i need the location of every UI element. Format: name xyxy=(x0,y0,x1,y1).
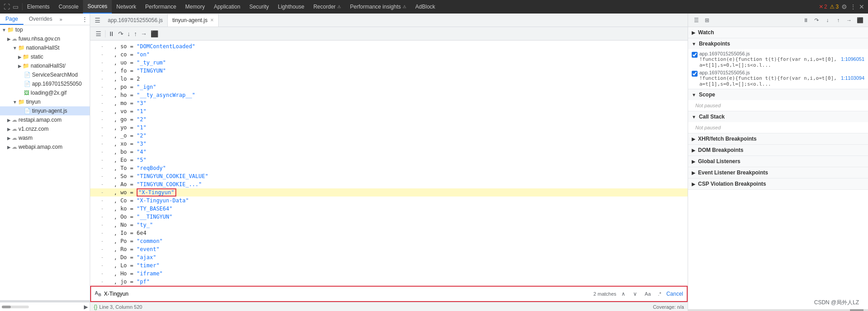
toggle-panel-icon[interactable]: ☰ xyxy=(94,29,103,38)
search-input[interactable] xyxy=(104,291,591,297)
bp2-checkbox[interactable] xyxy=(692,71,698,77)
file-icon-tinyun-agent: 📄 xyxy=(24,108,31,114)
search-bar: AB 2 matches ∧ ∨ Aa .* Cancel xyxy=(90,286,688,302)
step-into-btn[interactable]: ↓ xyxy=(823,16,832,25)
dom-label: DOM Breakpoints xyxy=(698,147,744,153)
expand-icon-wasm: ▶ xyxy=(7,136,11,141)
sidebar-tab-page[interactable]: Page xyxy=(0,14,23,25)
dom-header[interactable]: ▶ DOM Breakpoints xyxy=(688,145,868,156)
step-over-btn[interactable]: ↷ xyxy=(812,16,821,25)
file-tab-tinyun[interactable]: tinyun-agent.js ✕ xyxy=(168,14,219,27)
tab-network[interactable]: Network xyxy=(112,0,141,14)
step-btn[interactable]: → xyxy=(845,16,854,25)
tree-item-service[interactable]: 📄 ServiceSearchMod xyxy=(0,70,90,79)
search-aa-button[interactable]: Aa xyxy=(643,290,653,298)
bp1-checkbox[interactable] xyxy=(692,52,698,58)
pause-icon[interactable]: ⏸ xyxy=(107,29,115,38)
tree-item-wasm[interactable]: ▶ ☁ wasm xyxy=(0,133,90,142)
more-icon[interactable]: ⋮ xyxy=(850,3,856,10)
scope-arrow: ▼ xyxy=(692,92,696,97)
tree-item-top[interactable]: ▼ 📁 top xyxy=(0,25,90,34)
xhr-section: ▶ XHR/fetch Breakpoints xyxy=(688,133,868,145)
tab-console[interactable]: Console xyxy=(54,0,83,14)
toggle-drawer-icon[interactable]: ☰ xyxy=(692,16,701,25)
tab-performance-insights[interactable]: Performance insights ⚠ xyxy=(345,0,411,14)
watch-header[interactable]: ▶ Watch xyxy=(688,27,868,38)
step-out-icon[interactable]: ↑ xyxy=(133,29,138,38)
tab-recorder[interactable]: Recorder ⚠ xyxy=(309,0,345,14)
code-line-14: - , bo = "4" xyxy=(90,148,688,156)
devtools-device-icon[interactable]: ▭ xyxy=(13,3,18,10)
tab-adblock[interactable]: AdBlock xyxy=(411,0,440,14)
search-prev-icon[interactable]: ∧ xyxy=(619,289,628,298)
step-icon[interactable]: → xyxy=(140,29,148,38)
csp-header[interactable]: ▶ CSP Violation Breakpoints xyxy=(688,178,868,189)
deactivate-btn[interactable]: ⬛ xyxy=(855,16,864,25)
bp2-code: !function(e){function t(t){for(var n,i,o… xyxy=(699,75,839,87)
tree-label-tinyun-agent: tinyun-agent.js xyxy=(32,108,67,114)
tree-item-fuwu[interactable]: ▶ ☁ fuwu.nhsa.gov.cn xyxy=(0,34,90,43)
tree-item-loading[interactable]: 🖼 loading@2x.gif xyxy=(0,88,90,97)
horizontal-scroll[interactable] xyxy=(2,306,29,308)
watch-arrow: ▶ xyxy=(692,30,695,35)
step-over-icon[interactable]: ↷ xyxy=(117,29,124,38)
tab-elements[interactable]: Elements xyxy=(23,0,54,14)
breakpoint-item-2: app.1697015255056.js !function(e){functi… xyxy=(688,69,868,88)
tab-security[interactable]: Security xyxy=(245,0,273,14)
breakpoints-section: ▼ Breakpoints app.1697015255056.js !func… xyxy=(688,38,868,89)
code-line-no: - , No = "ty_" xyxy=(90,221,688,229)
file-tab-sidebar-icon[interactable]: ☰ xyxy=(92,17,103,24)
split-view-icon[interactable]: ⊞ xyxy=(703,16,712,25)
xhr-header[interactable]: ▶ XHR/fetch Breakpoints xyxy=(688,133,868,144)
expand-sidebar-icon[interactable]: ▶ xyxy=(84,304,88,310)
file-icon-loading: 🖼 xyxy=(24,90,29,96)
tab-memory[interactable]: Memory xyxy=(181,0,209,14)
deactivate-breakpoints-icon[interactable]: ⬛ xyxy=(150,29,159,38)
callstack-header[interactable]: ▼ Call Stack xyxy=(688,111,868,122)
callstack-content: Not paused xyxy=(688,122,868,133)
search-case-label: AB xyxy=(95,290,101,297)
file-tab-tinyun-close[interactable]: ✕ xyxy=(210,18,214,23)
devtools-pointer-icon[interactable]: ⛶ xyxy=(4,3,10,10)
event-header[interactable]: ▶ Event Listener Breakpoints xyxy=(688,167,868,178)
sidebar-more-icon[interactable]: ⋮ xyxy=(82,16,88,23)
tree-item-nationalpath[interactable]: ▶ 📁 nationalHallSt/ xyxy=(0,61,90,70)
tree-item-tinyun[interactable]: ▼ 📁 tinyun xyxy=(0,97,90,106)
tree-item-webapi[interactable]: ▶ ☁ webapi.amap.com xyxy=(0,142,90,151)
sidebar-tab-overrides[interactable]: Overrides xyxy=(23,14,58,25)
code-line-4: - , fo = "TINGYUN" xyxy=(90,67,688,75)
file-tab-app-js[interactable]: app.1697015255056.js xyxy=(103,14,168,27)
search-cancel-button[interactable]: Cancel xyxy=(666,291,683,297)
tab-sources[interactable]: Sources xyxy=(83,0,112,14)
breakpoints-content: app.1697015255056.js !function(e){functi… xyxy=(688,49,868,89)
settings-icon[interactable]: ⚙ xyxy=(841,3,847,10)
tree-item-restapi[interactable]: ▶ ☁ restapi.amap.com xyxy=(0,115,90,124)
tree-item-tinyun-agent[interactable]: 📄 tinyun-agent.js xyxy=(0,106,90,115)
right-panel-scroll-indicator xyxy=(688,309,868,311)
tree-label-national: nationalHallSt xyxy=(26,45,60,51)
pause-btn[interactable]: ⏸ xyxy=(801,16,810,25)
tree-item-v1cnzz[interactable]: ▶ ☁ v1.cnzz.com xyxy=(0,124,90,133)
search-regex-button[interactable]: .* xyxy=(656,290,663,298)
position-text: Line 3, Column 520 xyxy=(99,304,142,310)
scope-label: Scope xyxy=(699,91,715,98)
step-into-icon[interactable]: ↓ xyxy=(126,29,131,38)
sidebar-tabs: Page Overrides » ⋮ xyxy=(0,14,90,25)
code-line-jo: - , jo = "pf" xyxy=(90,278,688,286)
tree-item-national[interactable]: ▼ 📁 nationalHallSt xyxy=(0,43,90,52)
sidebar-tab-more[interactable]: » xyxy=(58,14,64,25)
close-devtools-icon[interactable]: ✕ xyxy=(859,3,864,10)
scope-header[interactable]: ▼ Scope xyxy=(688,89,868,100)
tree-item-static[interactable]: ▶ 📁 static xyxy=(0,52,90,61)
code-line-lo: - , Lo = "timer" xyxy=(90,261,688,270)
tab-lighthouse[interactable]: Lighthouse xyxy=(273,0,309,14)
code-content-area[interactable]: - , so = "DOMContentLoaded" - , co = "on… xyxy=(90,41,688,286)
right-panel-toolbar: ☰ ⊞ ⏸ ↷ ↓ ↑ → ⬛ xyxy=(688,14,868,27)
search-next-icon[interactable]: ∨ xyxy=(631,289,640,298)
tab-performance[interactable]: Performance xyxy=(141,0,181,14)
global-header[interactable]: ▶ Global Listeners xyxy=(688,156,868,167)
tab-application[interactable]: Application xyxy=(209,0,245,14)
breakpoints-header[interactable]: ▼ Breakpoints xyxy=(688,38,868,49)
step-out-btn[interactable]: ↑ xyxy=(834,16,843,25)
tree-item-app[interactable]: 📄 app.1697015255050 xyxy=(0,79,90,88)
